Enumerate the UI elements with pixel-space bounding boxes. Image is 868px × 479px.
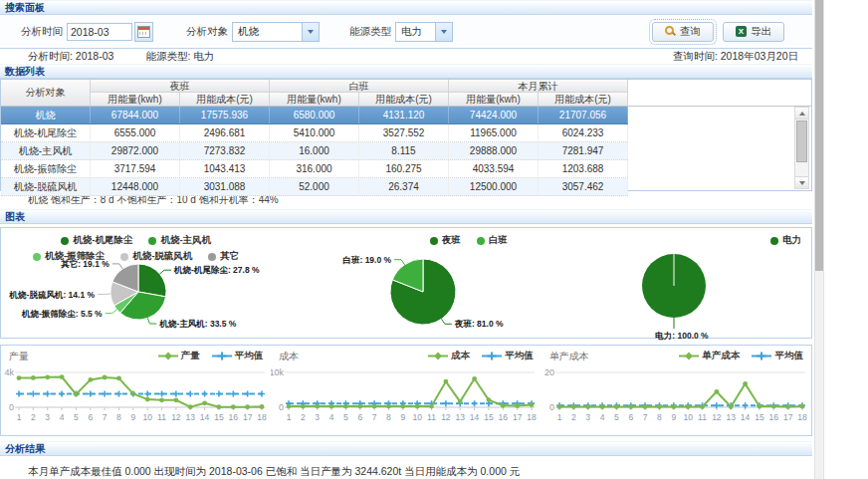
svg-text:12: 12 (171, 412, 181, 422)
legend-item[interactable]: 夜班 (430, 234, 461, 247)
legend-item[interactable]: 机烧-机尾除尘 (61, 234, 132, 247)
svg-text:15: 15 (214, 412, 224, 422)
legend-item[interactable]: 产量 (158, 350, 200, 362)
legend-dot-icon (770, 237, 778, 245)
analysis-time-input[interactable]: 2018-03 (67, 23, 132, 41)
legend-item[interactable]: 其它 (208, 250, 239, 263)
line-chart-svg: 123456789101112131415161718200 (542, 363, 811, 435)
svg-text:16: 16 (499, 412, 509, 422)
analysis-object-select[interactable]: 机烧 (232, 22, 320, 42)
legend-dot-icon (120, 253, 128, 261)
svg-text:14: 14 (470, 412, 480, 422)
legend-item[interactable]: 电力 (770, 234, 801, 247)
svg-text:电力: 100.0 %: 电力: 100.0 % (655, 331, 709, 341)
scroll-down-icon[interactable] (795, 176, 808, 188)
plus-marker-icon (752, 352, 771, 360)
table-scrollbar[interactable] (794, 107, 809, 189)
row-value: 26.374 (359, 178, 449, 195)
select-trigger[interactable] (435, 23, 452, 41)
energy-type-select[interactable]: 电力 (395, 22, 453, 42)
legend-dot-icon (477, 237, 485, 245)
energy-type-value: 电力 (396, 25, 435, 39)
summary-query-time: 查询时间: 2018年03月20日 (673, 50, 798, 64)
chart-title: 成本 (279, 350, 299, 363)
charts-title: 图表 (5, 211, 25, 222)
table-row[interactable]: 机烧-脱硫风机12448.0003031.08852.00026.3741250… (1, 178, 628, 196)
chevron-down-icon (308, 30, 314, 34)
svg-text:2: 2 (31, 412, 36, 422)
row-value: 5410.000 (270, 124, 359, 141)
group-header[interactable]: 白班 (270, 80, 449, 93)
table-row[interactable]: 机烧-振筛除尘3717.5941043.413316.000160.275403… (1, 160, 628, 178)
table-row[interactable]: 机烧67844.00017575.9366580.0004131.1207442… (1, 107, 628, 124)
legend-item[interactable]: 成本 (428, 350, 470, 362)
sub-header-cost[interactable]: 用能成本(元) (359, 93, 449, 106)
pie-cost-breakdown: 机烧-机尾除尘机烧-主风机机烧-振筛除尘机烧-脱硫风机其它机烧-机尾除尘: 27… (1, 228, 271, 338)
row-value: 3031.088 (180, 178, 270, 195)
sub-header-energy[interactable]: 用能量(kwh) (449, 93, 539, 106)
svg-text:白班: 19.0 %: 白班: 19.0 % (343, 255, 392, 265)
legend-item[interactable]: 平均值 (212, 350, 264, 362)
legend-dot-icon (61, 237, 69, 245)
search-panel-title: 搜索面板 (5, 2, 45, 13)
table-scrollbar-thumb[interactable] (796, 120, 807, 162)
legend-label: 其它 (220, 250, 239, 263)
line-chart-legend: 产量平均值 (158, 350, 264, 362)
table-row[interactable]: 机烧-机尾除尘6555.0002496.6815410.0003527.5521… (1, 124, 628, 142)
query-button[interactable]: 查询 (652, 22, 714, 42)
chart-title: 单产成本 (549, 350, 589, 363)
svg-text:13: 13 (456, 412, 466, 422)
legend-item[interactable]: 平均值 (482, 350, 534, 362)
date-picker-button[interactable] (134, 22, 153, 42)
group-header[interactable]: 本月累计 (449, 80, 628, 93)
legend-item[interactable]: 单产成本 (679, 350, 740, 362)
pie-charts-panel: 机烧-机尾除尘机烧-主风机机烧-振筛除尘机烧-脱硫风机其它机烧-机尾除尘: 27… (0, 227, 812, 339)
svg-text:1: 1 (287, 412, 292, 422)
select-trigger[interactable] (302, 23, 319, 41)
diamond-marker-icon (158, 352, 178, 360)
svg-text:10: 10 (683, 412, 693, 422)
svg-text:0: 0 (279, 402, 284, 412)
page-scrollbar-thumb[interactable] (815, 0, 823, 271)
row-value: 3527.552 (359, 124, 449, 141)
row-value: 29888.000 (449, 142, 539, 159)
svg-text:机烧-振筛除尘: 5.5 %: 机烧-振筛除尘: 5.5 % (21, 309, 103, 319)
page-scrollbar[interactable] (814, 0, 824, 479)
column-header-object[interactable]: 分析对象 (1, 80, 91, 106)
table-row[interactable]: 机烧-主风机29872.0007273.83216.0008.11529888.… (1, 142, 628, 160)
sub-header-cost[interactable]: 用能成本(元) (180, 93, 270, 106)
line-chart-unit-cost: 单产成本单产成本平均值12345678910111213141516171820… (542, 346, 811, 435)
legend-label: 平均值 (774, 350, 803, 362)
sub-header-energy[interactable]: 用能量(kwh) (91, 93, 180, 106)
svg-text:2: 2 (301, 412, 306, 422)
analysis-time-label: 分析时间 (21, 25, 63, 39)
diamond-marker-icon (679, 352, 699, 360)
svg-text:15: 15 (485, 412, 495, 422)
legend-item[interactable]: 白班 (477, 234, 508, 247)
chart-title: 产量 (9, 350, 29, 363)
export-button[interactable]: 导出 (723, 22, 784, 42)
analysis-result-title: 分析结果 (5, 443, 45, 454)
charts-header: 图表 (0, 209, 812, 224)
analysis-result-header: 分析结果 (0, 441, 812, 456)
energy-type-label: 能源类型 (349, 25, 391, 39)
export-button-label: 导出 (751, 25, 771, 39)
sub-header-energy[interactable]: 用能量(kwh) (270, 93, 359, 106)
row-value: 6024.233 (539, 124, 628, 141)
svg-text:8: 8 (116, 412, 121, 422)
excel-icon (736, 26, 747, 37)
legend-item[interactable]: 机烧-振筛除尘 (33, 250, 105, 263)
svg-text:11: 11 (698, 412, 707, 422)
svg-text:9: 9 (671, 412, 676, 422)
row-value: 8.115 (359, 142, 449, 159)
svg-text:18: 18 (797, 412, 807, 422)
group-header[interactable]: 夜班 (91, 80, 270, 93)
legend-item[interactable]: 机烧-主风机 (148, 234, 211, 247)
sub-header-cost[interactable]: 用能成本(元) (539, 93, 628, 106)
scroll-up-icon[interactable] (795, 108, 808, 120)
row-value: 17575.936 (180, 107, 270, 123)
legend-item[interactable]: 机烧-脱硫风机 (120, 250, 192, 263)
legend-item[interactable]: 平均值 (752, 350, 803, 362)
legend-dot-icon (33, 253, 41, 261)
svg-text:17: 17 (783, 412, 793, 422)
